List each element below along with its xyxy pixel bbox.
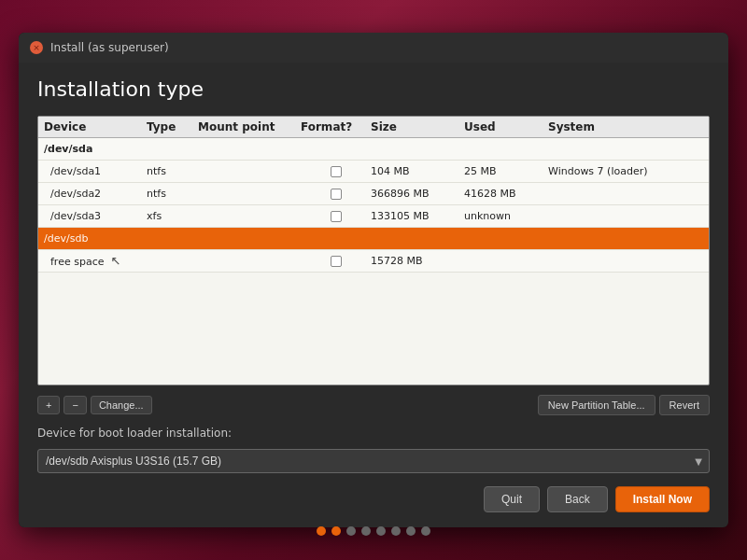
table-row[interactable]: /dev/sda3 xfs 133105 MB unknown bbox=[38, 205, 709, 228]
table-header: Device Type Mount point Format? Size Use… bbox=[38, 117, 709, 138]
revert-button[interactable]: Revert bbox=[659, 395, 710, 415]
bootloader-label: Device for boot loader installation: bbox=[37, 427, 710, 440]
install-now-button[interactable]: Install Now bbox=[615, 486, 710, 512]
remove-partition-button[interactable]: − bbox=[63, 396, 86, 414]
titlebar: × Install (as superuser) bbox=[19, 33, 728, 63]
close-button[interactable]: × bbox=[30, 41, 43, 54]
dot-5 bbox=[376, 526, 386, 536]
action-row: Quit Back Install Now bbox=[37, 486, 710, 512]
table-body: /dev/sda /dev/sda1 ntfs 104 MB 25 MB bbox=[38, 138, 709, 273]
col-format: Format? bbox=[301, 120, 371, 133]
col-mount: Mount point bbox=[198, 120, 301, 133]
new-partition-table-button[interactable]: New Partition Table... bbox=[538, 395, 655, 415]
installer-window: × Install (as superuser) Installation ty… bbox=[19, 33, 728, 527]
table-row[interactable]: /dev/sda2 ntfs 366896 MB 41628 MB bbox=[38, 183, 709, 205]
titlebar-title: Install (as superuser) bbox=[50, 41, 169, 54]
quit-button[interactable]: Quit bbox=[484, 486, 540, 512]
main-content: Installation type Device Type Mount poin… bbox=[19, 63, 728, 527]
partition-table: Device Type Mount point Format? Size Use… bbox=[37, 116, 710, 385]
dot-3 bbox=[346, 526, 356, 536]
dot-8 bbox=[421, 526, 430, 536]
back-button[interactable]: Back bbox=[547, 486, 608, 512]
table-row-sdb[interactable]: /dev/sdb bbox=[38, 228, 709, 250]
page-title: Installation type bbox=[37, 77, 710, 101]
dot-7 bbox=[406, 526, 416, 536]
dot-4 bbox=[361, 526, 371, 536]
dot-6 bbox=[391, 526, 401, 536]
col-used: Used bbox=[464, 120, 548, 133]
col-size: Size bbox=[371, 120, 464, 133]
col-device: Device bbox=[44, 120, 147, 133]
change-partition-button[interactable]: Change... bbox=[91, 396, 152, 414]
bootloader-select[interactable]: /dev/sdb Axisplus U3S16 (15.7 GB) bbox=[37, 449, 710, 473]
col-type: Type bbox=[147, 120, 198, 133]
dot-1 bbox=[317, 526, 326, 536]
add-partition-button[interactable]: + bbox=[37, 396, 60, 414]
bootloader-select-wrapper: /dev/sdb Axisplus U3S16 (15.7 GB) bbox=[37, 449, 710, 473]
progress-dots bbox=[317, 519, 430, 539]
dot-2 bbox=[331, 526, 341, 536]
partition-toolbar: + − Change... New Partition Table... Rev… bbox=[37, 395, 710, 415]
col-system: System bbox=[548, 120, 703, 133]
table-row[interactable]: /dev/sda bbox=[38, 138, 709, 161]
table-row[interactable]: /dev/sda1 ntfs 104 MB 25 MB Windows 7 (l… bbox=[38, 161, 709, 183]
table-row[interactable]: free space ↖ 15728 MB bbox=[38, 250, 709, 273]
